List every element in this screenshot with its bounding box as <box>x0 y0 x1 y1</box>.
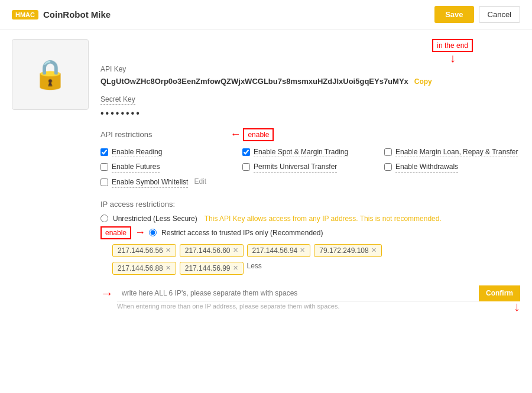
in-the-end-label: in the end <box>432 39 473 52</box>
unrestricted-radio[interactable] <box>100 215 108 222</box>
ip-tag-2-value: 217.144.56.60 <box>185 246 231 255</box>
checkbox-symbol: Enable Symbol Whitelist Edit <box>100 177 236 188</box>
less-link[interactable]: Less <box>247 262 262 275</box>
down-arrow-icon: ↓ <box>450 52 456 64</box>
secret-key-label: Secret Key <box>100 95 135 105</box>
ip-tag-1-remove[interactable]: ✕ <box>166 246 171 254</box>
trusted-option: Restrict access to trusted IPs only (Rec… <box>149 229 323 237</box>
enable-annotation-wrapper: ← enable <box>230 128 274 141</box>
futures-label[interactable]: Enable Futures <box>112 162 160 173</box>
hmac-badge: HMAC <box>12 10 38 20</box>
unrestricted-warning: This API Key allows access from any IP a… <box>205 215 442 223</box>
universal-checkbox[interactable] <box>242 163 250 171</box>
ip-tag-4-value: 79.172.249.108 <box>319 246 368 255</box>
margin-loan-checkbox[interactable] <box>384 148 392 156</box>
restrictions-header: API restrictions ← enable <box>100 128 520 141</box>
withdrawals-label[interactable]: Enable Withdrawals <box>395 162 458 173</box>
ip-tag-5-value: 217.144.56.88 <box>118 264 163 272</box>
checkbox-universal: Permits Universal Transfer <box>242 162 378 173</box>
checkbox-margin-loan: Enable Margin Loan, Repay & Transfer <box>384 147 520 158</box>
api-key-section: API Key QLgUtOwZHc8Orp0o3EenZmfowQZWjxWC… <box>100 65 520 87</box>
restrictions-label: API restrictions <box>100 130 152 139</box>
checkbox-spot: Enable Spot & Margin Trading <box>242 147 378 158</box>
ip-label: IP access restrictions: <box>100 200 520 209</box>
reading-checkbox[interactable] <box>100 148 108 156</box>
ip-tag-1-value: 217.144.56.56 <box>118 246 163 255</box>
lock-panel: 🔒 <box>12 39 89 110</box>
checkbox-reading: Enable Reading <box>100 147 236 158</box>
ip-input-wrapper: Confirm <box>117 285 520 301</box>
ip-tags-row-2: 217.144.56.88 ✕ 217.144.56.99 ✕ Less <box>112 262 520 275</box>
left-arrow-icon: ← <box>230 128 241 141</box>
checkboxes-grid: Enable Reading Enable Spot & Margin Trad… <box>100 147 520 188</box>
header-buttons: Save Cancel <box>434 6 520 23</box>
api-key-value: QLgUtOwZHc8Orp0o3EenZmfowQZWjxWCGLbu7s8m… <box>100 76 408 87</box>
ip-tags-row-1: 217.144.56.56 ✕ 217.144.56.60 ✕ 217.144.… <box>112 244 520 257</box>
input-arrow-icon: → <box>100 286 113 301</box>
in-the-end-annotation: in the end ↓ <box>100 39 520 64</box>
lock-icon: 🔒 <box>33 58 68 91</box>
unrestricted-option: Unrestricted (Less Secure) This API Key … <box>100 215 520 223</box>
checkbox-withdrawals: Enable Withdrawals <box>384 162 520 173</box>
withdrawals-checkbox[interactable] <box>384 163 392 171</box>
enable-ip-label: enable <box>100 226 131 239</box>
input-section: → Confirm <box>100 280 520 301</box>
right-arrow-icon: → <box>135 226 145 239</box>
margin-loan-label[interactable]: Enable Margin Loan, Repay & Transfer <box>395 147 518 158</box>
ip-input[interactable] <box>117 285 520 301</box>
page-title: CoinRobot Mike <box>43 9 111 20</box>
ip-tag-2: 217.144.56.60 ✕ <box>180 244 244 257</box>
unrestricted-label[interactable]: Unrestricted (Less Secure) <box>113 215 197 223</box>
cancel-button[interactable]: Cancel <box>479 6 520 23</box>
ip-tag-5: 217.144.56.88 ✕ <box>112 262 176 275</box>
api-restrictions-section: API restrictions ← enable Enable Reading… <box>100 128 520 188</box>
api-key-label: API Key <box>100 65 520 73</box>
copy-button[interactable]: Copy <box>414 77 432 86</box>
right-panel: in the end ↓ API Key QLgUtOwZHc8Orp0o3Ee… <box>100 39 520 314</box>
ip-tag-5-remove[interactable]: ✕ <box>166 264 171 272</box>
ip-restrictions-section: IP access restrictions: Unrestricted (Le… <box>100 200 520 314</box>
universal-label[interactable]: Permits Universal Transfer <box>254 162 337 173</box>
ip-tag-6-value: 217.144.56.99 <box>185 264 231 272</box>
ip-tag-2-remove[interactable]: ✕ <box>233 246 238 254</box>
secret-key-dots: •••••••• <box>100 108 520 119</box>
edit-link[interactable]: Edit <box>194 177 206 186</box>
ip-tag-6-remove[interactable]: ✕ <box>233 264 238 272</box>
ip-tag-4: 79.172.249.108 ✕ <box>314 244 381 257</box>
main-content: 🔒 in the end ↓ API Key QLgUtOwZHc8Orp0o3… <box>0 30 532 324</box>
header-left: HMAC CoinRobot Mike <box>12 9 111 20</box>
symbol-label[interactable]: Enable Symbol Whitelist <box>112 177 188 188</box>
header: HMAC CoinRobot Mike Save Cancel <box>0 0 532 30</box>
secret-key-section: Secret Key •••••••• <box>100 95 520 119</box>
spot-checkbox[interactable] <box>242 148 250 156</box>
trusted-label[interactable]: Restrict access to trusted IPs only (Rec… <box>161 229 323 237</box>
ip-tag-6: 217.144.56.99 ✕ <box>180 262 244 275</box>
ip-tag-1: 217.144.56.56 ✕ <box>112 244 176 257</box>
ip-tag-4-remove[interactable]: ✕ <box>371 246 377 254</box>
trusted-option-row: enable → Restrict access to trusted IPs … <box>100 226 520 239</box>
ip-tag-3-value: 217.144.56.94 <box>252 246 298 255</box>
ip-tag-3: 217.144.56.94 ✕ <box>247 244 311 257</box>
spot-label[interactable]: Enable Spot & Margin Trading <box>254 147 348 158</box>
reading-label[interactable]: Enable Reading <box>112 147 162 158</box>
confirm-button[interactable]: Confirm <box>479 285 520 301</box>
save-button[interactable]: Save <box>434 6 473 23</box>
trusted-radio[interactable] <box>149 229 157 236</box>
futures-checkbox[interactable] <box>100 163 108 171</box>
enable-label: enable <box>243 128 274 141</box>
checkbox-futures: Enable Futures <box>100 162 236 173</box>
ip-tag-3-remove[interactable]: ✕ <box>300 246 305 254</box>
symbol-checkbox[interactable] <box>100 178 108 186</box>
